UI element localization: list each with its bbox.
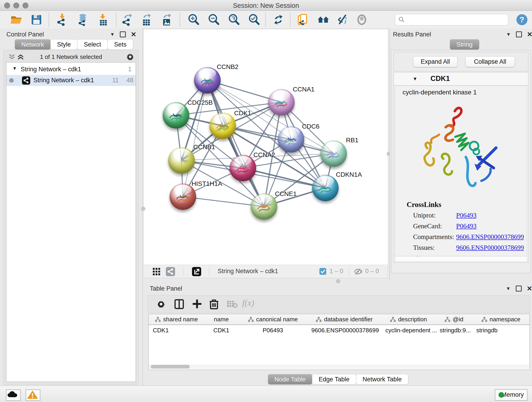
warning-status-button[interactable] — [26, 389, 40, 401]
network-collection-row[interactable]: ▼ String Network – cdk1 1 — [6, 64, 136, 75]
table-cell[interactable]: stringdb:9... — [436, 325, 476, 336]
node-CDK1[interactable] — [209, 113, 236, 139]
refresh-icon[interactable] — [272, 13, 285, 26]
open-in-window-icon[interactable] — [192, 267, 201, 276]
node-CCNA2[interactable] — [230, 155, 256, 181]
crosslink-link[interactable]: P06493 — [456, 222, 476, 230]
float-menu-icon[interactable]: ▼ — [506, 286, 511, 291]
node-CCNB1[interactable] — [168, 147, 195, 174]
crosslink-label: Uniprot: — [413, 211, 436, 219]
node-CCNB2[interactable] — [194, 67, 221, 94]
collapse-section-icon[interactable]: ▼ — [413, 76, 418, 82]
export-image-icon[interactable] — [160, 13, 173, 26]
network-view-canvas[interactable]: CCNB2CCNA1CDC25BCDK1CDC6RB1CCNB1CCNA2CDK… — [144, 29, 388, 265]
help-icon[interactable]: ? — [516, 14, 528, 26]
float-panel-icon[interactable] — [516, 32, 522, 37]
navbar-separator — [209, 266, 209, 276]
gene-details-scroll-area[interactable]: ▼ CDK1 cyclin-dependent kinase 1 — [394, 72, 528, 262]
column-header-sharedname[interactable]: shared name — [149, 314, 204, 325]
tab-sets[interactable]: Sets — [108, 39, 133, 50]
table-cell[interactable]: P06493 — [239, 325, 307, 336]
tab-select[interactable]: Select — [77, 39, 108, 50]
open-folder-icon[interactable] — [10, 13, 22, 26]
node-CCNE1[interactable] — [251, 193, 277, 220]
results-panel: Results Panel ▼ ✕ String Expand All Coll… — [389, 29, 532, 280]
network-row[interactable]: String Network – cdk1 11 48 — [6, 75, 136, 86]
tree-expander-icon[interactable]: ▼ — [12, 66, 17, 71]
column-header-name[interactable]: name — [204, 314, 239, 325]
table-gear-icon[interactable] — [157, 300, 166, 309]
enhanced-graphics-hide-icon[interactable] — [336, 13, 349, 26]
save-session-icon[interactable] — [30, 13, 43, 26]
export-table-icon[interactable] — [140, 13, 152, 26]
import-table-icon[interactable] — [97, 13, 109, 26]
float-menu-icon[interactable]: ▼ — [506, 32, 511, 37]
node-CDC25B[interactable] — [163, 102, 189, 128]
column-header-id[interactable]: @id — [436, 314, 472, 325]
gear-icon[interactable] — [126, 52, 134, 61]
zoom-in-icon[interactable] — [187, 13, 200, 26]
network-navigation-bar: String Network – cdk1 1 – 0 0 – 0 — [144, 265, 388, 278]
selected-checkbox-icon[interactable] — [319, 268, 326, 275]
table-cell[interactable]: 9606.ENSP00000378699 — [307, 325, 385, 336]
node-attribute-table[interactable]: shared namenamecanonical namedatabase id… — [148, 314, 530, 370]
delete-column-icon[interactable] — [209, 299, 219, 310]
node-CDC6[interactable] — [278, 126, 304, 153]
float-menu-icon[interactable]: ▼ — [110, 32, 115, 37]
crosslink-link[interactable]: 9606.ENSP00000378699 — [456, 244, 524, 251]
node-CDKN1A[interactable] — [312, 175, 339, 201]
table-horizontal-scrollbar[interactable] — [149, 364, 529, 369]
export-network-icon[interactable] — [121, 13, 133, 26]
table-cell[interactable]: CDK1 — [204, 325, 239, 336]
table-cell[interactable]: cyclin-dependent ... — [381, 325, 440, 336]
zoom-out-icon[interactable] — [208, 13, 220, 26]
string-home-icon[interactable] — [317, 13, 329, 26]
edge-CCNB2-CCNE1[interactable] — [207, 80, 264, 206]
tab-style[interactable]: Style — [51, 39, 77, 50]
crosslink-link[interactable]: P06493 — [456, 211, 476, 219]
horizontal-splitter-handle[interactable] — [336, 279, 340, 283]
column-header-namespace[interactable]: namespace — [472, 314, 530, 325]
zoom-selected-icon[interactable] — [248, 13, 260, 26]
results-horizontal-scrollbar[interactable] — [395, 256, 527, 262]
import-network-icon[interactable] — [56, 13, 68, 26]
show-columns-icon[interactable] — [174, 299, 184, 309]
node-RB1[interactable] — [320, 140, 347, 167]
node-CCNA1[interactable] — [268, 89, 295, 115]
import-database-icon[interactable] — [76, 13, 89, 26]
expand-all-button[interactable]: Expand All — [413, 56, 457, 67]
grid-view-icon[interactable] — [152, 268, 160, 275]
float-panel-icon[interactable] — [120, 32, 126, 37]
search-input[interactable] — [407, 15, 505, 24]
tab-network[interactable]: Network — [15, 39, 51, 50]
table-cell[interactable]: stringdb — [472, 325, 530, 336]
crosslink-link[interactable]: 9606.ENSP00000378699 — [456, 233, 524, 241]
table-cell[interactable]: CDK1 — [149, 325, 208, 336]
network-share-view-icon[interactable] — [166, 267, 175, 276]
left-splitter-handle[interactable] — [141, 207, 145, 211]
string-protein-query-icon[interactable] — [297, 13, 309, 26]
column-header-description[interactable]: description — [381, 314, 436, 325]
zoom-fit-icon[interactable] — [228, 13, 240, 26]
close-panel-icon[interactable]: ✕ — [131, 32, 136, 37]
crosslinks-heading: CrossLinks — [407, 201, 441, 209]
add-column-icon[interactable] — [192, 299, 202, 309]
close-panel-icon[interactable]: ✕ — [527, 286, 532, 291]
collapse-all-button[interactable]: Collapse All — [465, 56, 515, 67]
column-header-canonicalname[interactable]: canonical name — [239, 314, 307, 325]
cloud-status-button[interactable] — [6, 389, 21, 401]
tab-network-table[interactable]: Network Table — [356, 374, 409, 385]
close-panel-icon[interactable]: ✕ — [527, 32, 532, 37]
tab-edge-table[interactable]: Edge Table — [312, 374, 356, 385]
scrollbar-thumb[interactable] — [151, 365, 190, 369]
gene-section-header[interactable]: ▼ CDK1 — [394, 72, 528, 85]
edge-CCNB2-HIST1H1A[interactable] — [183, 80, 207, 197]
column-header-databaseidentifier[interactable]: database identifier — [307, 314, 381, 325]
node-label-CCNE1: CCNE1 — [275, 190, 297, 198]
search-field[interactable] — [395, 14, 508, 26]
tab-node-table[interactable]: Node Table — [268, 374, 312, 385]
tab-string[interactable]: String — [450, 39, 479, 50]
memory-button[interactable]: Memory — [495, 389, 527, 401]
eye-icon[interactable] — [355, 13, 368, 26]
float-panel-icon[interactable] — [516, 286, 522, 292]
